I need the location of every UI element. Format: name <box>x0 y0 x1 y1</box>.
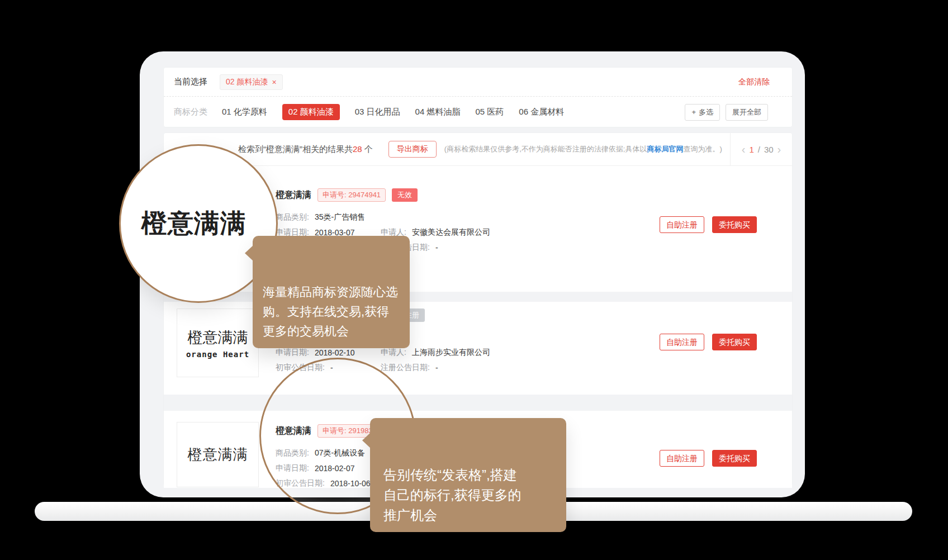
field-category-label: 商品类别: <box>276 212 309 222</box>
tab-category-05[interactable]: 05 医药 <box>475 104 504 120</box>
row-actions: 自助注册 委托购买 <box>660 216 757 233</box>
entrust-purchase-button[interactable]: 委托购买 <box>712 334 757 350</box>
application-number-value: 29474941 <box>348 191 381 199</box>
field-apply-date-value: 2018-02-10 <box>315 348 355 357</box>
trademark-image-text: 橙意满满 <box>188 328 248 348</box>
tab-category-04[interactable]: 04 燃料油脂 <box>415 104 461 120</box>
trademark-image: 橙意满满 <box>177 422 259 487</box>
magnified-trademark-text: 橙意满满 <box>141 206 247 241</box>
tooltip-arrow-icon <box>362 433 371 448</box>
field-applicant-value: 上海雨步实业有限公司 <box>412 348 490 358</box>
field-reg-publication-value: - <box>435 363 438 372</box>
category-list: 01 化学原料 02 颜料油漆 03 日化用品 04 燃料油脂 05 医药 06… <box>222 104 564 120</box>
filter-card: 当前选择 02 颜料油漆 × 全部清除 商标分类 01 化学原料 02 颜料油漆… <box>163 67 793 127</box>
plus-icon: + <box>691 108 696 116</box>
field-reg-publication: 注册公告日期: - <box>381 363 438 373</box>
entrust-purchase-button[interactable]: 委托购买 <box>712 450 757 467</box>
results-header: 检索到“橙意满满”相关的结果共28 个 导出商标 (商标检索结果仅供参考,不作为… <box>164 133 792 166</box>
tab-category-03[interactable]: 03 日化用品 <box>355 104 400 120</box>
field-applicant: 申请人: 上海雨步实业有限公司 <box>381 348 490 358</box>
category-bar-label: 商标分类 <box>174 107 207 117</box>
trademark-image-subtext: orange Heart <box>186 350 249 359</box>
trademark-office-link[interactable]: 商标局官网 <box>647 145 683 153</box>
multi-select-button[interactable]: + 多选 <box>685 104 720 121</box>
close-icon[interactable]: × <box>272 78 276 86</box>
results-disclaimer: (商标检索结果仅供参考,不作为商标能否注册的法律依据;具体以商标局官网查询为准。… <box>444 144 722 154</box>
export-trademarks-button[interactable]: 导出商标 <box>388 141 437 158</box>
chevron-right-icon[interactable]: › <box>778 144 781 155</box>
disclaimer-text-close: 查询为准。) <box>683 145 722 153</box>
tooltip-marketplace: 海量精品商标资源随心选 购。支持在线交易,获得 更多的交易机会 <box>253 236 410 348</box>
application-number-badge: 申请号: 29474941 <box>317 188 386 202</box>
multi-select-label: 多选 <box>699 107 713 117</box>
tooltip-promotion: 告别传统“发表格”,搭建 自己的标行,获得更多的 推广机会 <box>370 418 566 532</box>
tab-category-06[interactable]: 06 金属材料 <box>519 104 564 120</box>
entrust-purchase-button[interactable]: 委托购买 <box>712 216 757 233</box>
field-reg-publication-label: 注册公告日期: <box>381 363 430 373</box>
status-badge: 无效 <box>392 188 418 202</box>
self-register-button[interactable]: 自助注册 <box>660 216 704 233</box>
field-apply-date: 申请日期: 2018-02-10 <box>276 348 381 358</box>
tab-category-01[interactable]: 01 化学原料 <box>222 104 267 120</box>
category-row: 商标分类 01 化学原料 02 颜料油漆 03 日化用品 04 燃料油脂 05 … <box>164 97 792 127</box>
pagination-total: 30 <box>764 145 774 154</box>
pagination-current: 1 <box>749 145 753 154</box>
trademark-image: 橙意满满 orange Heart <box>177 309 259 377</box>
results-summary-prefix: 检索到“橙意满满”相关的结果共 <box>238 144 353 154</box>
current-selection-label: 当前选择 <box>174 77 207 87</box>
application-number-label: 申请号: <box>323 191 347 199</box>
disclaimer-text-open: (商标检索结果仅供参考,不作为商标能否注册的法律依据;具体以 <box>444 145 647 153</box>
results-count: 28 <box>353 144 362 154</box>
results-unit: 个 <box>362 144 373 154</box>
row-divider <box>164 395 792 411</box>
selected-filter-tag[interactable]: 02 颜料油漆 × <box>220 74 283 90</box>
trademark-title-line: 橙意满满 申请号: 29474941 无效 <box>276 188 490 202</box>
expand-all-button[interactable]: 展开全部 <box>726 104 768 121</box>
self-register-button[interactable]: 自助注册 <box>660 450 704 467</box>
field-apply-date-label: 申请日期: <box>276 348 309 358</box>
chevron-left-icon[interactable]: ‹ <box>742 144 746 155</box>
selected-filter-tag-label: 02 颜料油漆 <box>226 77 268 87</box>
row-actions: 自助注册 委托购买 <box>660 334 757 350</box>
field-applicant-value: 安徽美达会展有限公司 <box>412 227 490 238</box>
field-category-value: 35类-广告销售 <box>315 212 365 222</box>
trademark-image-text: 橙意满满 <box>188 445 248 464</box>
field-applicant-label: 申请人: <box>381 348 406 358</box>
row-actions: 自助注册 委托购买 <box>660 450 757 467</box>
clear-all-button[interactable]: 全部清除 <box>738 77 770 87</box>
category-tools: + 多选 展开全部 <box>685 104 768 121</box>
field-reg-publication-value: - <box>435 243 438 252</box>
tooltip-marketplace-text: 海量精品商标资源随心选 购。支持在线交易,获得 更多的交易机会 <box>263 285 398 338</box>
trademark-name: 橙意满满 <box>276 189 311 201</box>
current-selection-row: 当前选择 02 颜料油漆 × 全部清除 <box>164 68 792 97</box>
tab-category-02-selected[interactable]: 02 颜料油漆 <box>282 104 340 120</box>
screenshot-stage: 当前选择 02 颜料油漆 × 全部清除 商标分类 01 化学原料 02 颜料油漆… <box>0 0 948 560</box>
tooltip-arrow-icon <box>245 245 253 261</box>
self-register-button[interactable]: 自助注册 <box>660 334 704 350</box>
pagination-separator: / <box>758 145 760 154</box>
tooltip-promotion-text: 告别传统“发表格”,搭建 自己的标行,获得更多的 推广机会 <box>383 467 522 523</box>
results-summary: 检索到“橙意满满”相关的结果共28 个 <box>238 144 373 155</box>
pagination: ‹ 1 / 30 › <box>730 133 792 165</box>
field-category: 商品类别: 35类-广告销售 <box>276 210 490 225</box>
